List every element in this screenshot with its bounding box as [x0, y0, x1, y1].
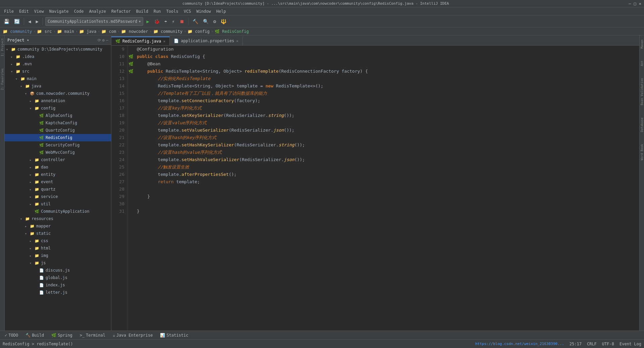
right-tab-maven[interactable]: Maven: [640, 37, 644, 51]
bottom-tab-todo[interactable]: ✓ TODO: [1, 332, 21, 339]
tab-application-close[interactable]: ✕: [236, 39, 238, 43]
debug-btn[interactable]: 🐞: [152, 18, 161, 25]
sync-icon[interactable]: ⟳: [98, 38, 101, 43]
build-btn[interactable]: 🔨: [191, 18, 200, 25]
menu-vcs[interactable]: VCS: [181, 8, 194, 14]
bottom-tab-java-enterprise[interactable]: ☕ Java Enterprise: [109, 332, 156, 339]
tree-item-css[interactable]: ▸📁css: [5, 237, 111, 245]
menu-edit[interactable]: Edit: [16, 8, 32, 14]
tree-item-global.js[interactable]: 📄global.js: [5, 274, 111, 281]
status-encoding[interactable]: UTF-8: [602, 342, 614, 346]
tree-item-entity[interactable]: ▸📁entity: [5, 171, 111, 178]
tree-item-util[interactable]: ▸📁util: [5, 200, 111, 208]
breadcrumb-java[interactable]: 📁 java: [79, 29, 96, 34]
tree-item-CommunityApplication[interactable]: 🌿CommunityApplication: [5, 208, 111, 215]
breadcrumb-com[interactable]: 📁 com: [101, 29, 116, 34]
bottom-tab-terminal[interactable]: >_ Terminal: [76, 332, 109, 339]
tree-item-letter.js[interactable]: 📄letter.js: [5, 289, 111, 296]
maximize-btn[interactable]: □: [634, 1, 636, 6]
menu-refactor[interactable]: Refactor: [109, 8, 133, 14]
bottom-tab-spring[interactable]: 🌿 Spring: [48, 332, 75, 339]
tab-redisconfig[interactable]: 🌿 RedisConfig.java ✕: [111, 37, 170, 45]
tree-item-WebMvcConfig[interactable]: 🌿WebMvcConfig: [5, 149, 111, 156]
tree-item-dao[interactable]: ▸📁dao: [5, 163, 111, 171]
menu-window[interactable]: Window: [194, 8, 213, 14]
menu-build[interactable]: Build: [133, 8, 151, 14]
tree-item-com-nowcoder[interactable]: ▾📦com.nowcoder.community: [5, 90, 111, 97]
collapse-icon[interactable]: —: [106, 38, 108, 43]
menu-file[interactable]: File: [1, 8, 16, 14]
right-tab-bean[interactable]: Bean Validation: [640, 75, 644, 108]
tree-item-discuss.js[interactable]: 📄discuss.js: [5, 267, 111, 274]
tree-item-community-root[interactable]: ▾📁community D:\IdeaProjects\community: [5, 46, 111, 53]
build-tab-icon: 🔨: [25, 333, 31, 338]
menu-run[interactable]: Run: [151, 8, 164, 14]
tree-item-SecurityConfig[interactable]: 🌿SecurityConfig: [5, 141, 111, 149]
right-tab-word[interactable]: Word Book: [640, 141, 644, 163]
tree-item-mapper[interactable]: ▸📁mapper: [5, 222, 111, 230]
minimize-btn[interactable]: —: [629, 1, 631, 6]
bottom-tab-build[interactable]: 🔨 Build: [22, 332, 47, 339]
right-tab-database[interactable]: Database: [640, 115, 644, 135]
menu-help[interactable]: Help: [214, 8, 229, 14]
menu-navigate[interactable]: Navigate: [47, 8, 71, 14]
tree-item-js[interactable]: ▾📁js: [5, 259, 111, 267]
profile-btn[interactable]: ⚡: [170, 18, 176, 25]
tree-item-html[interactable]: ▸📁html: [5, 245, 111, 252]
stop-btn[interactable]: ⏹: [178, 18, 186, 25]
tree-item-src[interactable]: ▾📁src: [5, 68, 111, 75]
tree-item-img[interactable]: ▸📁img: [5, 252, 111, 259]
tree-item-static[interactable]: ▾📁static: [5, 230, 111, 237]
status-linesep[interactable]: CRLF: [587, 342, 597, 346]
close-btn[interactable]: ✕: [639, 1, 641, 6]
left-tab-2[interactable]: 2: Favorites: [0, 66, 5, 93]
run-btn[interactable]: ▶: [145, 18, 151, 25]
toolbar-fwd-btn[interactable]: ▶: [34, 18, 40, 25]
tree-item-index.js[interactable]: 📄index.js: [5, 281, 111, 289]
breadcrumb-community[interactable]: 📁 community: [3, 29, 32, 34]
settings-icon[interactable]: ⚙: [102, 38, 105, 43]
tree-item-resources[interactable]: ▾📁resources: [5, 215, 111, 222]
tree-item-config[interactable]: ▾📁config: [5, 105, 111, 112]
tree-item-idea[interactable]: ▸📁.idea: [5, 53, 111, 60]
tree-item-mvn[interactable]: ▸📁.mvn: [5, 60, 111, 68]
left-tab-1[interactable]: 1: Project: [0, 36, 5, 59]
run-with-coverage-btn[interactable]: ☂: [163, 18, 169, 25]
toolbar-save-btn[interactable]: 💾: [2, 18, 11, 25]
tree-item-QuartzConfig[interactable]: 🌿QuartzConfig: [5, 127, 111, 134]
vcs-btn[interactable]: 🔱: [219, 18, 228, 25]
tree-item-main[interactable]: ▾📁main: [5, 75, 111, 82]
status-event-log[interactable]: Event Log: [620, 342, 641, 346]
tree-item-controller[interactable]: ▸📁controller: [5, 156, 111, 163]
tree-icon: 📁: [15, 61, 21, 67]
menu-analyze[interactable]: Analyze: [86, 8, 109, 14]
tree-item-service[interactable]: ▸📁service: [5, 193, 111, 200]
run-config-dropdown[interactable]: CommunityApplicationTests.md5Password ▾: [45, 17, 144, 26]
menu-code[interactable]: Code: [71, 8, 87, 14]
menu-view[interactable]: View: [32, 8, 47, 14]
search-everywhere-btn[interactable]: 🔍: [201, 18, 210, 25]
breadcrumb-nowcoder[interactable]: 📁 nowcoder: [121, 29, 148, 34]
tree-item-KaptchaConfig[interactable]: 🌿KaptchaConfig: [5, 119, 111, 127]
breadcrumb-main[interactable]: 📁 main: [57, 29, 74, 34]
right-tab-ant[interactable]: Ant: [640, 58, 644, 69]
tree-item-AlphaConfig[interactable]: 🌿AlphaConfig: [5, 112, 111, 119]
code-content[interactable]: @Configuration public class RedisConfig …: [134, 46, 639, 331]
toolbar-back-btn[interactable]: ◀: [26, 18, 33, 25]
menu-tools[interactable]: Tools: [164, 8, 181, 14]
breadcrumb-community2[interactable]: 📁 community: [153, 29, 182, 34]
breadcrumb-redisconfig[interactable]: 🌿 RedisConfig: [215, 29, 249, 34]
tree-item-RedisConfig[interactable]: 🌿RedisConfig: [5, 134, 111, 141]
tab-application[interactable]: 📄 application.properties ✕: [170, 37, 243, 45]
status-link[interactable]: https://blog.csdn.net/weixin_21630390...: [475, 342, 564, 346]
toolbar-sync-btn[interactable]: 🔄: [12, 18, 21, 25]
tree-item-java[interactable]: ▾📁java: [5, 82, 111, 90]
tab-redisconfig-close[interactable]: ✕: [163, 39, 166, 44]
breadcrumb-src[interactable]: 📁 src: [37, 29, 52, 34]
settings-btn[interactable]: ⚙: [212, 18, 218, 25]
tree-item-annotation[interactable]: ▸📁annotation: [5, 97, 111, 105]
tree-item-quartz[interactable]: ▸📁quartz: [5, 186, 111, 193]
breadcrumb-config[interactable]: 📁 config: [187, 29, 210, 34]
bottom-tab-statistic[interactable]: 📊 Statistic: [157, 332, 192, 339]
tree-item-event[interactable]: ▸📁event: [5, 178, 111, 186]
